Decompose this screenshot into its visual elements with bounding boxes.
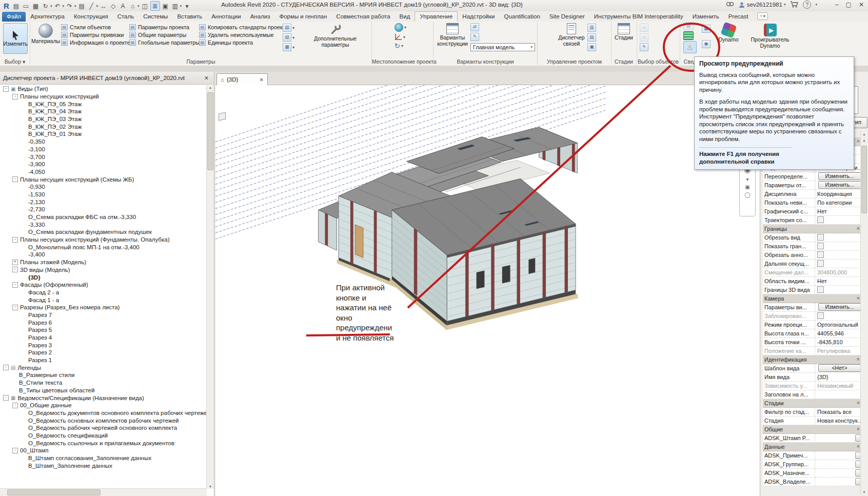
- window-icon[interactable]: ▤: [12, 2, 21, 10]
- property-checkbox[interactable]: [817, 216, 824, 223]
- browser-tree-item[interactable]: О_Схема раскладки фундаментных подушек: [0, 228, 207, 236]
- tree-expander-icon[interactable]: -: [12, 176, 18, 182]
- property-value[interactable]: Независимый: [815, 382, 862, 390]
- browser-tree-item[interactable]: Разрез 2: [0, 349, 207, 356]
- browser-tree-item[interactable]: Фасад 1 - а: [0, 296, 207, 304]
- ribbon-button-единицы-проекта[interactable]: ▤Единицы проекта: [199, 39, 288, 46]
- property-value[interactable]: [815, 460, 862, 468]
- property-value[interactable]: 44055,946: [815, 329, 862, 338]
- ribbon-tab-site-designer[interactable]: Site Designer: [545, 12, 589, 22]
- modify-button[interactable]: Изменить: [3, 23, 28, 54]
- browser-tree-item[interactable]: В_КЖ_ПЭ_02 Этаж: [0, 123, 207, 130]
- browser-tree-item[interactable]: -00_Штамп: [0, 447, 207, 454]
- project-browser-close-icon[interactable]: ✕: [202, 75, 211, 82]
- property-value[interactable]: [815, 478, 862, 486]
- browser-tree-item[interactable]: В_КЖ_ПЭ_04 Этаж: [0, 108, 207, 115]
- property-value[interactable]: [815, 233, 862, 242]
- purge-icon[interactable]: ▤▾: [283, 33, 294, 42]
- property-value[interactable]: [815, 469, 862, 477]
- property-checkbox[interactable]: [817, 260, 824, 267]
- browser-tree-item[interactable]: -▤Легенды: [0, 364, 207, 371]
- browser-tree-item[interactable]: Разрез 6: [0, 319, 207, 326]
- manage-images-icon[interactable]: ▥: [587, 24, 596, 32]
- browser-tree-item[interactable]: О_Ведомость ссылочных и прилагаемых доку…: [0, 439, 207, 447]
- browser-tree-item[interactable]: О_Ведомость спецификаций: [0, 432, 207, 440]
- tree-expander-icon[interactable]: -: [3, 365, 9, 370]
- view-tab-3d[interactable]: ⌂ {3D} ✕: [216, 73, 268, 85]
- view-tab-close-icon[interactable]: ✕: [260, 77, 264, 83]
- property-checkbox[interactable]: [817, 251, 824, 258]
- browser-tree-item[interactable]: -Планы несущих конструкций (Фундаменты. …: [0, 236, 207, 244]
- parameters-panel-label[interactable]: Параметры: [30, 58, 371, 65]
- search-icon[interactable]: [726, 1, 734, 8]
- property-button[interactable]: <Нет>: [818, 364, 861, 372]
- ribbon-tab-надстройки[interactable]: Надстройки: [458, 12, 499, 22]
- browser-tree-item[interactable]: О_Монолитный пояс МП-1 на отм.-3,400: [0, 243, 207, 251]
- tree-expander-icon[interactable]: -: [12, 267, 18, 272]
- tree-expander-icon[interactable]: -: [12, 94, 18, 100]
- aligned-dimension-icon[interactable]: ↔: [99, 2, 108, 10]
- review-warnings-button[interactable]: ⚠: [683, 41, 697, 53]
- property-checkbox[interactable]: [817, 286, 824, 293]
- phases-button[interactable]: Стадии: [614, 23, 634, 41]
- nav-caret-icon[interactable]: ▾: [746, 176, 748, 182]
- units-icon[interactable]: ▦▾: [283, 43, 294, 51]
- coordinates-icon[interactable]: ▾: [394, 33, 406, 41]
- browser-tree-item[interactable]: {3D}: [0, 273, 207, 281]
- property-value[interactable]: -8435,810: [815, 338, 862, 346]
- design-options-panel-label[interactable]: Варианты конструкции: [433, 58, 537, 65]
- additional-settings-button[interactable]: Дополнительные параметры: [301, 23, 370, 48]
- browser-tree-item[interactable]: -4,050: [0, 168, 207, 176]
- ribbon-tab-архитектура[interactable]: Архитектура: [26, 12, 69, 22]
- browser-tree-item[interactable]: В_Размерные стили: [0, 371, 207, 379]
- decal-types-icon[interactable]: ▤: [587, 33, 596, 42]
- browser-tree-item[interactable]: О_Ведомость рабочих чертежей основного к…: [0, 424, 207, 432]
- section-icon[interactable]: ◫: [141, 2, 149, 10]
- property-value[interactable]: [815, 260, 862, 268]
- tree-expander-icon[interactable]: -: [12, 305, 18, 310]
- tree-expander-icon[interactable]: -: [12, 448, 18, 453]
- property-value[interactable]: [815, 251, 862, 259]
- tree-expander-icon[interactable]: -: [12, 237, 18, 243]
- property-value[interactable]: {3D}: [815, 373, 862, 381]
- ribbon-tab-precast[interactable]: Precast: [724, 12, 753, 22]
- manage-links-button[interactable]: Диспетчер связей: [557, 23, 586, 47]
- tree-expander-icon[interactable]: -: [3, 395, 9, 401]
- property-value[interactable]: По категории: [815, 199, 862, 207]
- ribbon-tab-управление[interactable]: Управление: [415, 11, 458, 22]
- browser-tree-item[interactable]: -3D виды (Модель): [0, 266, 207, 274]
- ribbon-button-стили-объектов[interactable]: ▤Стили объектов: [61, 24, 130, 31]
- browser-vertical-scrollbar[interactable]: ▲ ▼: [206, 85, 214, 489]
- property-value[interactable]: Показать все: [815, 408, 862, 416]
- nav-options-icon[interactable]: ◯: [744, 192, 750, 197]
- browser-tree-item[interactable]: Разрез 3: [0, 341, 207, 349]
- location-icon[interactable]: ▾: [394, 23, 406, 32]
- property-button[interactable]: Изменить...: [818, 303, 861, 311]
- browser-tree-item[interactable]: -3,330: [0, 221, 207, 228]
- undo-icon[interactable]: ↶: [53, 2, 62, 10]
- browser-tree-item[interactable]: В_Штамп_Заполнение данных: [0, 462, 207, 469]
- minimize-button[interactable]: –: [835, 1, 839, 8]
- dynamo-player-button[interactable]: ▶ Проигрыватель Dynamo: [748, 24, 792, 49]
- design-option-dropdown[interactable]: Главная модель ▾: [470, 43, 535, 51]
- browser-tree-item[interactable]: В_Стили текста: [0, 379, 207, 387]
- user-account[interactable]: sev26121981 ▾: [739, 2, 786, 8]
- property-value[interactable]: Ортогональный: [815, 321, 862, 329]
- save-selection-icon[interactable]: ▱: [640, 24, 648, 32]
- ribbon-tab-конструкция[interactable]: Конструкция: [69, 12, 113, 22]
- macro-security-icon[interactable]: ◉: [702, 40, 711, 48]
- drawing-area[interactable]: ◉▾▣◯ При активнойкнопке инажатии на неёо…: [215, 85, 760, 496]
- load-selection-icon[interactable]: ▱: [640, 33, 648, 42]
- redo-icon[interactable]: ↷: [65, 2, 74, 10]
- tag-icon[interactable]: ◇: [109, 2, 117, 10]
- properties-scrollbar[interactable]: ▲ ▲ ▼: [860, 131, 867, 495]
- ribbon-tab-аннотации[interactable]: Аннотации: [207, 12, 245, 22]
- ribbon-button-глобальные-параметры[interactable]: ▤Глобальные параметры: [129, 39, 200, 46]
- property-button[interactable]: Изменить...: [818, 181, 861, 189]
- select-panel-label[interactable]: Выбор ▾: [0, 58, 30, 65]
- property-value[interactable]: Изменить...: [815, 172, 862, 181]
- browser-tree-item[interactable]: Разрез 7: [0, 311, 207, 319]
- close-button[interactable]: ✕: [859, 1, 864, 8]
- ribbon-tab-вставить[interactable]: Вставить: [172, 12, 207, 22]
- materials-button[interactable]: Материалы: [32, 24, 59, 44]
